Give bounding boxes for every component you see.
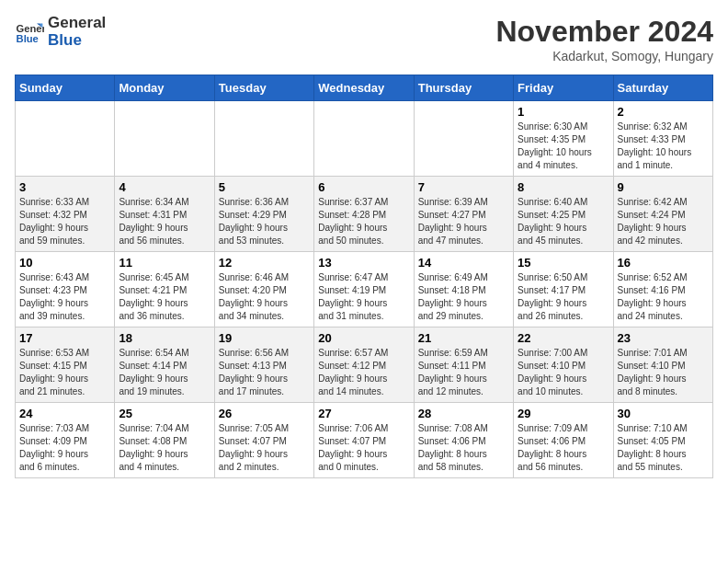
- header-cell: Monday: [115, 75, 214, 101]
- day-number: 20: [318, 331, 409, 345]
- logo-line2: Blue: [48, 32, 106, 50]
- day-number: 14: [418, 256, 509, 270]
- calendar-table: SundayMondayTuesdayWednesdayThursdayFrid…: [15, 75, 713, 478]
- calendar-cell: 6Sunrise: 6:37 AM Sunset: 4:28 PM Daylig…: [314, 177, 414, 252]
- day-number: 26: [219, 407, 310, 420]
- calendar-cell: 27Sunrise: 7:06 AM Sunset: 4:07 PM Dayli…: [314, 403, 414, 478]
- day-detail: Sunrise: 6:34 AM Sunset: 4:31 PM Dayligh…: [119, 196, 210, 247]
- calendar-cell: 18Sunrise: 6:54 AM Sunset: 4:14 PM Dayli…: [115, 327, 214, 403]
- day-detail: Sunrise: 7:08 AM Sunset: 4:06 PM Dayligh…: [418, 422, 509, 474]
- calendar-cell: [214, 101, 313, 177]
- day-detail: Sunrise: 6:37 AM Sunset: 4:28 PM Dayligh…: [318, 196, 409, 247]
- calendar-cell: 4Sunrise: 6:34 AM Sunset: 4:31 PM Daylig…: [115, 177, 214, 252]
- day-number: 29: [518, 407, 609, 420]
- day-number: 1: [518, 105, 609, 119]
- calendar-week-row: 3Sunrise: 6:33 AM Sunset: 4:32 PM Daylig…: [16, 177, 713, 252]
- day-number: 5: [219, 180, 310, 194]
- calendar-cell: 14Sunrise: 6:49 AM Sunset: 4:18 PM Dayli…: [414, 252, 513, 327]
- calendar-cell: 19Sunrise: 6:56 AM Sunset: 4:13 PM Dayli…: [214, 327, 313, 403]
- day-detail: Sunrise: 6:39 AM Sunset: 4:27 PM Dayligh…: [418, 196, 509, 247]
- day-number: 25: [119, 407, 210, 420]
- calendar-cell: 7Sunrise: 6:39 AM Sunset: 4:27 PM Daylig…: [414, 177, 513, 252]
- day-detail: Sunrise: 7:05 AM Sunset: 4:07 PM Dayligh…: [219, 422, 310, 474]
- calendar-cell: 8Sunrise: 6:40 AM Sunset: 4:25 PM Daylig…: [514, 177, 613, 252]
- day-number: 22: [518, 331, 609, 345]
- calendar-cell: 9Sunrise: 6:42 AM Sunset: 4:24 PM Daylig…: [613, 177, 712, 252]
- day-number: 15: [518, 256, 609, 270]
- day-number: 12: [219, 256, 310, 270]
- day-number: 7: [418, 180, 509, 194]
- day-detail: Sunrise: 6:30 AM Sunset: 4:35 PM Dayligh…: [518, 121, 609, 172]
- header-cell: Wednesday: [314, 75, 414, 101]
- calendar-week-row: 10Sunrise: 6:43 AM Sunset: 4:23 PM Dayli…: [16, 252, 713, 327]
- header-cell: Saturday: [613, 75, 712, 101]
- day-number: 11: [119, 256, 210, 270]
- title-area: November 2024 Kadarkut, Somogy, Hungary: [495, 15, 713, 63]
- calendar-week-row: 24Sunrise: 7:03 AM Sunset: 4:09 PM Dayli…: [16, 403, 713, 478]
- calendar-cell: 30Sunrise: 7:10 AM Sunset: 4:05 PM Dayli…: [613, 403, 712, 478]
- day-detail: Sunrise: 6:52 AM Sunset: 4:16 PM Dayligh…: [618, 271, 709, 323]
- day-detail: Sunrise: 6:32 AM Sunset: 4:33 PM Dayligh…: [618, 121, 709, 172]
- day-number: 19: [219, 331, 310, 345]
- day-number: 28: [418, 407, 509, 420]
- day-number: 4: [119, 180, 210, 194]
- calendar-cell: [414, 101, 513, 177]
- calendar-cell: 12Sunrise: 6:46 AM Sunset: 4:20 PM Dayli…: [214, 252, 313, 327]
- page-header: General Blue General Blue November 2024 …: [15, 15, 713, 63]
- header-cell: Sunday: [16, 75, 115, 101]
- header-cell: Tuesday: [214, 75, 313, 101]
- calendar-cell: 22Sunrise: 7:00 AM Sunset: 4:10 PM Dayli…: [514, 327, 613, 403]
- calendar-cell: [314, 101, 414, 177]
- day-number: 3: [19, 180, 110, 194]
- day-detail: Sunrise: 7:09 AM Sunset: 4:06 PM Dayligh…: [518, 422, 609, 474]
- subtitle: Kadarkut, Somogy, Hungary: [495, 49, 713, 63]
- logo: General Blue General Blue: [15, 15, 106, 49]
- day-detail: Sunrise: 6:59 AM Sunset: 4:11 PM Dayligh…: [418, 347, 509, 398]
- day-detail: Sunrise: 6:43 AM Sunset: 4:23 PM Dayligh…: [19, 271, 110, 323]
- calendar-cell: 13Sunrise: 6:47 AM Sunset: 4:19 PM Dayli…: [314, 252, 414, 327]
- day-number: 8: [518, 180, 609, 194]
- day-detail: Sunrise: 7:03 AM Sunset: 4:09 PM Dayligh…: [19, 422, 110, 474]
- calendar-cell: 1Sunrise: 6:30 AM Sunset: 4:35 PM Daylig…: [514, 101, 613, 177]
- day-detail: Sunrise: 6:49 AM Sunset: 4:18 PM Dayligh…: [418, 271, 509, 323]
- calendar-cell: 26Sunrise: 7:05 AM Sunset: 4:07 PM Dayli…: [214, 403, 313, 478]
- calendar-cell: 29Sunrise: 7:09 AM Sunset: 4:06 PM Dayli…: [514, 403, 613, 478]
- day-number: 6: [318, 180, 409, 194]
- day-detail: Sunrise: 6:47 AM Sunset: 4:19 PM Dayligh…: [318, 271, 409, 323]
- day-detail: Sunrise: 6:33 AM Sunset: 4:32 PM Dayligh…: [19, 196, 110, 247]
- calendar-cell: 20Sunrise: 6:57 AM Sunset: 4:12 PM Dayli…: [314, 327, 414, 403]
- calendar-cell: 25Sunrise: 7:04 AM Sunset: 4:08 PM Dayli…: [115, 403, 214, 478]
- calendar-cell: [115, 101, 214, 177]
- calendar-cell: 2Sunrise: 6:32 AM Sunset: 4:33 PM Daylig…: [613, 101, 712, 177]
- header-cell: Thursday: [414, 75, 513, 101]
- day-detail: Sunrise: 6:36 AM Sunset: 4:29 PM Dayligh…: [219, 196, 310, 247]
- header-cell: Friday: [514, 75, 613, 101]
- day-detail: Sunrise: 7:04 AM Sunset: 4:08 PM Dayligh…: [119, 422, 210, 474]
- month-title: November 2024: [495, 15, 713, 49]
- day-number: 27: [318, 407, 409, 420]
- day-number: 23: [618, 331, 709, 345]
- day-detail: Sunrise: 6:50 AM Sunset: 4:17 PM Dayligh…: [518, 271, 609, 323]
- day-detail: Sunrise: 7:10 AM Sunset: 4:05 PM Dayligh…: [618, 422, 709, 474]
- calendar-week-row: 1Sunrise: 6:30 AM Sunset: 4:35 PM Daylig…: [16, 101, 713, 177]
- day-number: 18: [119, 331, 210, 345]
- calendar-cell: 24Sunrise: 7:03 AM Sunset: 4:09 PM Dayli…: [16, 403, 115, 478]
- day-number: 17: [19, 331, 110, 345]
- day-detail: Sunrise: 7:00 AM Sunset: 4:10 PM Dayligh…: [518, 347, 609, 398]
- calendar-cell: 3Sunrise: 6:33 AM Sunset: 4:32 PM Daylig…: [16, 177, 115, 252]
- calendar-cell: [16, 101, 115, 177]
- day-detail: Sunrise: 6:57 AM Sunset: 4:12 PM Dayligh…: [318, 347, 409, 398]
- day-detail: Sunrise: 6:53 AM Sunset: 4:15 PM Dayligh…: [19, 347, 110, 398]
- calendar-cell: 17Sunrise: 6:53 AM Sunset: 4:15 PM Dayli…: [16, 327, 115, 403]
- calendar-header-row: SundayMondayTuesdayWednesdayThursdayFrid…: [16, 75, 713, 101]
- calendar-cell: 23Sunrise: 7:01 AM Sunset: 4:10 PM Dayli…: [613, 327, 712, 403]
- svg-text:Blue: Blue: [17, 33, 39, 44]
- calendar-body: 1Sunrise: 6:30 AM Sunset: 4:35 PM Daylig…: [16, 101, 713, 478]
- logo-text: General Blue: [48, 15, 106, 49]
- calendar-cell: 10Sunrise: 6:43 AM Sunset: 4:23 PM Dayli…: [16, 252, 115, 327]
- day-number: 16: [618, 256, 709, 270]
- calendar-week-row: 17Sunrise: 6:53 AM Sunset: 4:15 PM Dayli…: [16, 327, 713, 403]
- day-detail: Sunrise: 7:01 AM Sunset: 4:10 PM Dayligh…: [618, 347, 709, 398]
- day-number: 2: [618, 105, 709, 119]
- day-number: 13: [318, 256, 409, 270]
